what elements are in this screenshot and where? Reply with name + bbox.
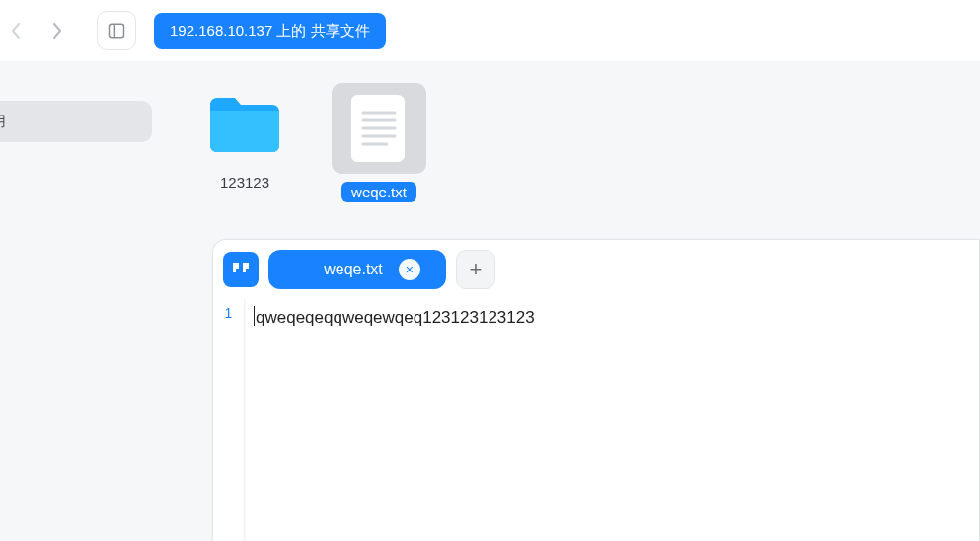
text-file-icon [332, 83, 426, 174]
file-label: 123123 [210, 172, 279, 193]
file-item-folder[interactable]: 123123 [197, 83, 292, 202]
address-pill[interactable]: 192.168.10.137 上的 共享文件 [154, 13, 386, 49]
svg-rect-0 [110, 24, 124, 37]
line-gutter: 1 [213, 299, 245, 541]
editor-app-icon[interactable] [223, 252, 259, 287]
editor-tab-label: weqe.txt [324, 261, 383, 278]
new-tab-button[interactable]: + [456, 250, 495, 289]
text-cursor [254, 306, 255, 326]
nav-forward-button[interactable] [43, 11, 71, 50]
main-pane: 123123 weqe.txt [158, 61, 980, 541]
plus-icon: + [470, 257, 483, 282]
editor-tab[interactable]: weqe.txt × [268, 250, 446, 289]
code-line: qweqeqeqqweqewqeq123123123123 [256, 308, 535, 327]
sidebar-item-recent[interactable]: 使用 [0, 101, 152, 142]
top-toolbar: 192.168.10.137 上的 共享文件 [0, 0, 980, 61]
text-editor-window: weqe.txt × + 1 qweqeqeqqweqewqeq12312312… [212, 239, 980, 541]
sidebar: 使用 录 站 [0, 61, 158, 541]
code-area[interactable]: qweqeqeqqweqewqeq123123123123 [245, 299, 979, 541]
folder-icon [197, 83, 292, 164]
sidebar-toggle-button[interactable] [97, 11, 136, 50]
sidebar-item-label: 使用 [0, 113, 6, 131]
line-number: 1 [213, 305, 244, 321]
file-item-text[interactable]: weqe.txt [332, 83, 426, 202]
file-grid: 123123 weqe.txt [158, 61, 980, 212]
file-label: weqe.txt [341, 182, 416, 202]
editor-tabbar: weqe.txt × + [213, 240, 979, 299]
nav-back-button[interactable] [2, 11, 30, 50]
tab-close-icon[interactable]: × [399, 259, 420, 280]
sidebar-item-records[interactable]: 录 [0, 148, 152, 190]
sidebar-item-site[interactable]: 站 [0, 466, 152, 507]
editor-body: 1 qweqeqeqqweqewqeq123123123123 [213, 299, 979, 541]
